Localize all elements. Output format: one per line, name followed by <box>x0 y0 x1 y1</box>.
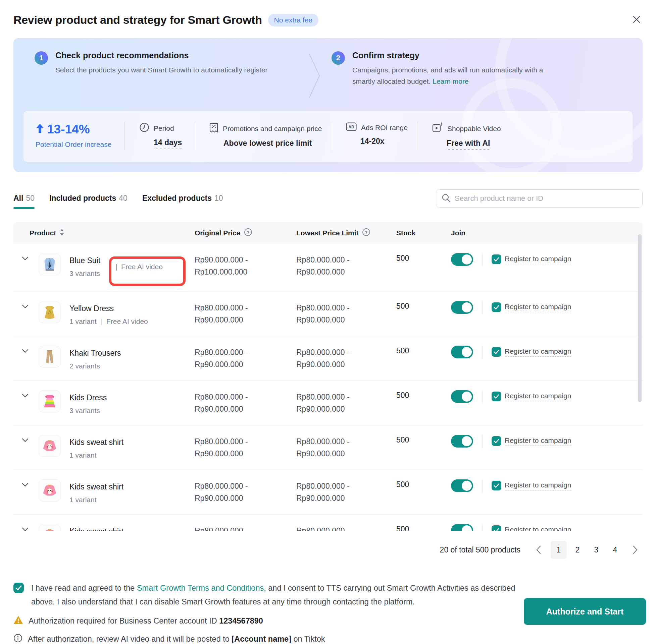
join-toggle[interactable] <box>451 435 473 447</box>
product-tabs: All50Included products40Excluded product… <box>14 194 223 209</box>
step-2: 2 Confirm strategy Campaigns, promotions… <box>331 51 550 101</box>
expand-row-chevron-icon[interactable] <box>22 527 28 531</box>
join-toggle[interactable] <box>451 479 473 492</box>
register-to-campaign-link[interactable]: Register to campaign <box>505 347 571 357</box>
search-box[interactable] <box>436 189 642 208</box>
posting-info: After authorization, review AI video and… <box>14 634 642 644</box>
tab-included-products[interactable]: Included products40 <box>49 194 128 209</box>
order-increase-value: 13-14% <box>47 122 90 136</box>
join-cell: Register to campaign <box>451 381 642 425</box>
ad-icon: AD <box>346 122 357 133</box>
authorize-and-start-button[interactable]: Authorize and Start <box>524 598 646 625</box>
column-join: Join <box>451 229 465 237</box>
join-toggle[interactable] <box>451 301 473 314</box>
product-name: Kids Dress <box>69 393 107 402</box>
lowest-price-limit: Rp80.000.000 - <box>296 514 396 531</box>
pagination: 20 of total 500 products 1234 <box>14 540 642 559</box>
ads-roi-label: Ads ROI range <box>361 124 408 132</box>
register-to-campaign-link[interactable]: Register to campaign <box>505 526 571 531</box>
join-toggle[interactable] <box>451 524 473 531</box>
page-button-3[interactable]: 3 <box>588 541 604 559</box>
previous-page-icon[interactable] <box>531 541 546 558</box>
lowest-price-limit: Rp80.000.000 -Rp90.000.000 <box>296 336 396 381</box>
svg-text:AD: AD <box>348 125 354 130</box>
join-toggle[interactable] <box>451 346 473 359</box>
video-sparkle-icon <box>432 122 443 135</box>
svg-text:?: ? <box>247 230 249 235</box>
variant-count: 2 variants <box>69 362 100 370</box>
register-to-campaign-link[interactable]: Register to campaign <box>505 436 571 446</box>
step-1-number: 1 <box>35 51 48 65</box>
period-value[interactable]: 14 days <box>154 138 182 149</box>
products-table: Product Original Price ? Lowest Price Li… <box>14 222 642 531</box>
search-input[interactable] <box>455 194 637 203</box>
table-scrollbar[interactable] <box>638 234 641 402</box>
expand-row-chevron-icon[interactable] <box>22 304 28 310</box>
divider <box>482 390 483 404</box>
original-price: Rp80.000.000 -Rp90.000.000 <box>195 470 296 514</box>
register-to-campaign-link[interactable]: Register to campaign <box>505 392 571 401</box>
join-cell: Register to campaign <box>451 426 642 470</box>
tab-excluded-products[interactable]: Excluded products10 <box>142 194 223 209</box>
page-button-1[interactable]: 1 <box>551 541 567 559</box>
register-checkbox[interactable] <box>491 436 501 446</box>
column-product: Product <box>29 229 56 237</box>
register-to-campaign-link[interactable]: Register to campaign <box>505 255 571 264</box>
lowest-price-limit: Rp80.000.000 -Rp90.000.000 <box>296 244 396 291</box>
variant-count: 1 variant <box>69 318 96 325</box>
product-name: Kids sweat shirt <box>69 527 124 531</box>
page-button-2[interactable]: 2 <box>569 541 586 559</box>
table-row: Kids sweat shirt 1 variant | Rp80.000.00… <box>14 426 642 470</box>
terms-and-conditions-link[interactable]: Smart Growth Terms and Conditions <box>137 584 264 592</box>
register-checkbox[interactable] <box>491 302 501 312</box>
stat-promotion-price: Promotions and campaign price Above lowe… <box>194 122 331 150</box>
help-icon[interactable]: ? <box>244 228 252 238</box>
sort-icon[interactable] <box>59 229 64 238</box>
join-toggle[interactable] <box>451 390 473 403</box>
terms-checkbox[interactable] <box>14 583 24 593</box>
next-page-icon[interactable] <box>628 541 642 558</box>
register-to-campaign-link[interactable]: Register to campaign <box>505 481 571 490</box>
join-cell: Register to campaign <box>451 336 642 381</box>
shoppable-video-value[interactable]: Free with AI <box>446 139 490 150</box>
smart-growth-modal: Review product and strategy for Smart Gr… <box>0 0 656 644</box>
register-checkbox[interactable] <box>491 525 501 531</box>
divider <box>482 524 483 531</box>
product-thumbnail <box>39 301 61 323</box>
promotion-price-value: Above lowest price limit <box>223 139 312 148</box>
join-toggle[interactable] <box>451 253 473 266</box>
page-button-4[interactable]: 4 <box>607 541 623 559</box>
annotation-highlight-box: | Free AI video <box>109 256 185 286</box>
expand-row-chevron-icon[interactable] <box>22 393 28 399</box>
ads-roi-value: 14-20x <box>360 137 385 146</box>
account-id: 1234567890 <box>219 617 263 625</box>
register-checkbox[interactable] <box>491 254 501 264</box>
register-checkbox[interactable] <box>491 392 501 401</box>
product-thumbnail <box>39 435 61 457</box>
expand-row-chevron-icon[interactable] <box>22 256 28 262</box>
help-icon[interactable]: ? <box>362 228 370 238</box>
join-cell: Register to campaign <box>451 514 642 531</box>
register-to-campaign-link[interactable]: Register to campaign <box>505 303 571 312</box>
column-stock: Stock <box>396 229 415 237</box>
divider <box>482 253 483 267</box>
learn-more-link[interactable]: Learn more <box>433 77 468 85</box>
product-thumbnail <box>39 346 61 368</box>
expand-row-chevron-icon[interactable] <box>22 437 28 443</box>
product-name: Blue Suit <box>69 256 100 265</box>
join-cell: Register to campaign <box>451 470 642 514</box>
promotion-price-label: Promotions and campaign price <box>223 125 322 133</box>
stock-value: 500 <box>396 292 451 336</box>
register-checkbox[interactable] <box>491 481 501 490</box>
stock-value: 500 <box>396 514 451 531</box>
expand-row-chevron-icon[interactable] <box>22 482 28 488</box>
close-icon[interactable] <box>631 14 642 25</box>
terms-text: I have read and agreed to the Smart Grow… <box>31 581 516 609</box>
variant-count: 3 variants <box>69 407 100 415</box>
clock-icon <box>139 122 149 134</box>
register-checkbox[interactable] <box>491 347 501 357</box>
expand-row-chevron-icon[interactable] <box>22 348 28 354</box>
table-body: Blue Suit 3 variants | | Free AI video R… <box>14 244 642 531</box>
original-price: Rp80.000.000 -Rp90.000.000 <box>195 336 296 381</box>
tab-all[interactable]: All50 <box>14 194 35 209</box>
